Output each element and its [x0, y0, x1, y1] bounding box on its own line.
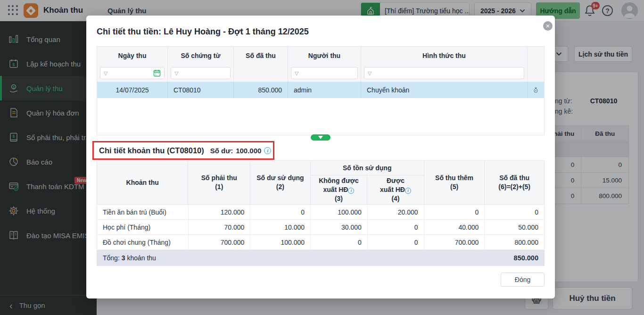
doc-filter-input[interactable]: ▽: [171, 67, 231, 79]
col-so-thu-them[interactable]: Số thu thêm(5): [424, 161, 485, 204]
receipt-row-selected[interactable]: 14/07/2025 CT08010 850.000 admin Chuyển …: [97, 82, 544, 98]
receipt-date: 14/07/2025: [97, 82, 168, 98]
col-so-chung-tu[interactable]: Số chứng từ: [168, 47, 234, 64]
filter-icon: ▽: [174, 70, 178, 76]
balance-text: Số dư: 100.000 i: [210, 147, 272, 155]
modal-title: Chi tiết thu tiền: Lê Huy Hoàng - Đợt 1 …: [97, 27, 309, 37]
collected-filter-disabled: [234, 64, 288, 82]
detail-row[interactable]: Học phí (Tháng) 70.000 10.000 30.000 0 4…: [97, 220, 544, 235]
info-icon[interactable]: i: [348, 188, 354, 194]
receipts-table-empty-area: [97, 98, 544, 135]
col-actions: [528, 47, 544, 64]
collector-filter-input[interactable]: ▽: [291, 67, 358, 79]
info-icon[interactable]: i: [405, 188, 411, 194]
detail-row[interactable]: Đồ chơi chung (Tháng) 700.000 100.000 0 …: [97, 235, 544, 250]
close-modal-button[interactable]: Đóng: [501, 273, 545, 287]
receipts-table: Ngày thu Số chứng từ Số đã thu Người thu…: [97, 46, 545, 135]
payment-detail-modal: × Chi tiết thu tiền: Lê Huy Hoàng - Đợt …: [86, 16, 555, 298]
date-filter-input[interactable]: ▽: [100, 67, 165, 79]
detail-table: Khoản thu Số phải thu(1) Số dư sử dụng(2…: [97, 160, 545, 266]
col-khong-duoc-xuat-hd[interactable]: Không được xuất HĐi (3): [311, 175, 368, 204]
money-bag-cancel-icon[interactable]: [533, 85, 538, 95]
filter-icon: ▽: [368, 70, 372, 76]
method-filter-input[interactable]: ▽: [364, 67, 524, 79]
triangle-down-icon: [318, 136, 323, 139]
annotation-red-box: Chi tiết khoản thu (CT08010) Số dư: 100.…: [92, 141, 274, 160]
receipt-method: Chuyển khoản: [361, 82, 528, 98]
receipt-doc-number: CT08010: [168, 82, 234, 98]
close-icon[interactable]: ×: [543, 21, 553, 31]
receipts-table-filter-row: ▽ ▽ ▽ ▽: [97, 64, 544, 82]
info-icon[interactable]: i: [264, 147, 271, 154]
col-so-da-thu[interactable]: Số đã thu(6)=(2)+(5): [485, 161, 544, 204]
total-value: 850.000: [514, 254, 538, 262]
detail-table-header: Khoản thu Số phải thu(1) Số dư sử dụng(2…: [97, 161, 544, 205]
detail-row[interactable]: Tiền ăn bán trú (Buổi) 120.000 0 100.000…: [97, 205, 544, 220]
section-title: Chi tiết khoản thu (CT08010): [99, 146, 204, 155]
col-ngay-thu[interactable]: Ngày thu: [97, 47, 168, 64]
detail-table-total-row: Tổng: 3 khoản thu 850.000: [97, 250, 544, 265]
col-so-phai-thu[interactable]: Số phải thu(1): [188, 161, 250, 204]
col-group-so-ton-su-dung: Số tồn sử dụng Không được xuất HĐi (3) Đ…: [311, 161, 424, 204]
collapse-section-button[interactable]: [311, 134, 330, 141]
filter-icon: ▽: [104, 70, 107, 76]
col-khoan-thu[interactable]: Khoản thu: [97, 161, 188, 204]
receipts-table-header: Ngày thu Số chứng từ Số đã thu Người thu…: [97, 47, 544, 64]
col-hinh-thuc-thu[interactable]: Hình thức thu: [361, 47, 528, 64]
receipt-collected: 850.000: [234, 82, 288, 98]
date-picker-icon[interactable]: [153, 69, 161, 77]
col-duoc-xuat-hd[interactable]: Được xuất HĐi (4): [367, 175, 424, 204]
receipt-collector: admin: [288, 82, 361, 98]
filter-icon: ▽: [295, 70, 298, 76]
col-so-du-su-dung[interactable]: Số dư sử dụng(2): [250, 161, 311, 204]
col-so-da-thu[interactable]: Số đã thu: [234, 47, 288, 64]
col-nguoi-thu[interactable]: Người thu: [288, 47, 361, 64]
